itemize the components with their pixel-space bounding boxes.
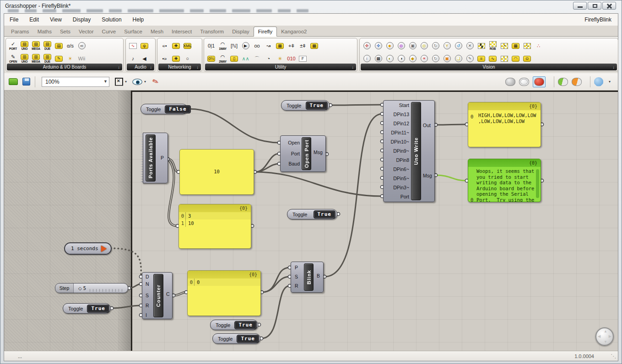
alpha-s-icon[interactable]: α/s [65,39,76,52]
swatch-blue-icon[interactable]: ✜ [373,39,384,52]
toggle-value[interactable]: False [165,105,190,113]
board-write-icon[interactable]: ✎ [53,52,65,65]
menu-file[interactable]: File [4,16,24,23]
toolbar-group-title[interactable]: Vision↓ [361,64,617,70]
sphere-olive-icon[interactable]: ◐ [384,52,395,65]
ring-icon[interactable]: ◎ [418,39,430,52]
arrows-checker-icon[interactable]: ↗ [498,39,510,52]
group-expand-arrow-icon[interactable]: ↓ [118,65,120,70]
toolbar-group-title[interactable]: Audio↓ [127,64,154,70]
toggle-value[interactable]: True [234,321,257,329]
nunchuck-icon[interactable]: ∞ [76,39,87,52]
toggle-false[interactable]: ToggleFalse [141,104,188,114]
panel-value10[interactable]: 10 [179,149,254,195]
coil2-icon[interactable]: ∿ [487,52,498,65]
state-half-icon[interactable]: 0½ [206,52,217,65]
uno-pin-DPin5[interactable]: DPin5~ [385,176,409,181]
mega-read-icon[interactable]: ▤MEGA [30,39,42,52]
panel-counter[interactable]: {0} 00 [187,270,261,316]
orange-frame-icon[interactable]: ▣ [441,52,453,65]
tab-curve[interactable]: Curve [98,27,120,36]
tab-intersect[interactable]: Intersect [168,27,196,36]
blink-output-B[interactable]: B [317,273,320,278]
rotate-icon[interactable]: ↻ [430,39,441,52]
toolbar-group-title[interactable]: Networking↓ [158,64,201,70]
uno-pin-DPin3[interactable]: DPin3~ [385,185,409,190]
sketch-pen-icon[interactable]: ✎ [151,76,160,86]
wire-blink.B-to-uno-write.DPin13[interactable] [325,114,382,277]
toggle-true-mid[interactable]: ToggleTrue [287,209,337,219]
document-preview-icon[interactable] [594,77,603,86]
preview-off-icon[interactable] [505,78,515,86]
blink-pin-R[interactable]: R [295,283,298,289]
counter-pin-D[interactable]: D [146,274,149,279]
tab-mesh[interactable]: Mesh [146,27,168,36]
counter-output-C[interactable]: C [166,291,170,297]
layers-icon[interactable]: ≡ [476,52,487,65]
group-expand-arrow-icon[interactable]: ↓ [150,65,152,70]
sun-gear-icon[interactable]: ☀ [65,52,76,65]
wire-panel-value10.out-to-open-port.Port[interactable] [255,154,279,172]
stopwatch-icon[interactable]: ◔ [263,52,274,65]
menu-display[interactable]: Display [67,16,96,23]
wire-toggle-true-top-to-uno-write.Start[interactable] [330,105,382,105]
xml-icon[interactable]: XML [182,39,193,52]
toolbar-group-title[interactable]: Utility↓ [205,64,356,70]
counter-pin-I[interactable]: I [146,312,147,318]
open-port-component[interactable]: Open Port Msg OpenPortBaud [280,135,326,172]
uno-pin-Start[interactable]: Start [385,102,409,108]
counter-component[interactable]: Counter C DNSRI [142,272,173,319]
speaker-icon[interactable]: ◀ [139,52,150,65]
open-port-icon[interactable]: ✎OPEN [7,52,19,65]
bracket-n-icon[interactable]: [ℕ] [228,39,240,52]
cycle-icon[interactable]: ↻ [430,52,441,65]
document-preview-caret-icon[interactable]: ▾ [609,80,611,84]
zoom-extents-caret-icon[interactable]: ▾ [125,80,127,84]
play-icon[interactable]: ▶ [240,39,251,52]
counter-pin-R[interactable]: R [146,303,149,308]
basket-icon[interactable]: ▩ [308,39,320,52]
menu-view[interactable]: View [44,16,67,23]
uno-pin-Out[interactable]: Out [423,123,431,128]
music-note-icon[interactable]: ♪ [127,52,139,65]
counter-pin-S[interactable]: S [146,293,149,298]
wire-timer-to-counter.D[interactable] [111,248,141,276]
toggle-value[interactable]: True [314,210,336,219]
tab-transform[interactable]: Transform [196,27,228,36]
tab-surface[interactable]: Surface [120,27,146,36]
group-expand-arrow-icon[interactable]: ↓ [352,65,354,70]
overlap-icon[interactable]: ❏ [453,52,464,65]
coil-checker-icon[interactable]: ∿ [521,39,533,52]
preview-custom-green-icon[interactable] [558,78,568,86]
slider-minus-icon[interactable]: ±ǂ [297,39,308,52]
uno-pin-DPin13[interactable]: DPin13 [385,112,409,117]
grasshopper-canvas[interactable]: 1 seconds Step ◇ 5 Ports Available P [4,91,618,351]
waveform-icon[interactable]: ∿ [127,39,139,52]
wire-uno-write.Msg-to-panel-message.in[interactable] [436,175,467,181]
preview-wireframe-icon[interactable] [519,78,529,86]
buffer-icon[interactable]: ▯ [228,52,240,65]
openport-pin-Baud[interactable]: Baud [281,161,300,166]
uno-write-icon[interactable]: ▥UNO [19,52,30,65]
send-signal-icon[interactable]: •» [159,52,170,65]
burst-icon[interactable]: ✳ [274,52,286,65]
wire-toggle-true-bottom2-to-blink.R[interactable] [261,286,290,338]
contrast-icon[interactable]: ◑ [395,52,407,65]
xball-icon[interactable]: ⊙ [521,52,533,65]
toggle-true-top[interactable]: ToggleTrue [281,100,330,111]
fan-icon[interactable]: ◠ [510,52,521,65]
uno-pin-DPin11[interactable]: DPin11~ [385,130,409,135]
preview-custom-orange-icon[interactable] [572,78,582,86]
wire-panel-counter.out-to-blink.S[interactable] [262,277,290,292]
bits-icon[interactable]: 010 [286,52,297,65]
tab-vector[interactable]: Vector [75,27,98,36]
open-port-output-Msg[interactable]: Msg [314,150,323,155]
toggle-value[interactable]: True [87,305,109,313]
resize-grip[interactable]: ⋱ [611,353,616,359]
rgb-balls-icon[interactable]: ∴ [533,39,544,52]
fkey-icon[interactable]: F [297,52,308,65]
tab-display[interactable]: Display [228,27,254,36]
eyedropper-icon[interactable]: ✎ [464,52,476,65]
maximize-button[interactable] [588,2,601,10]
mega-write-icon[interactable]: ▥MEGA [30,52,42,65]
